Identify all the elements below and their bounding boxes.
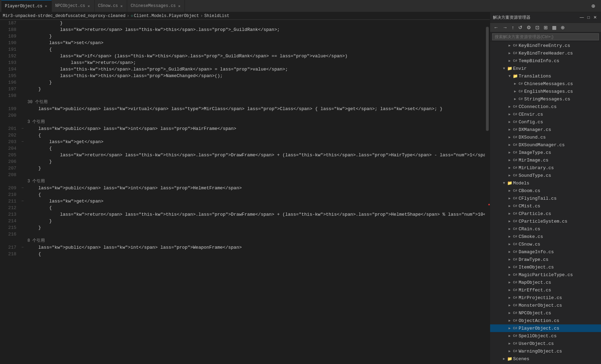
tree-item-22[interactable]: ▶C#CParticle.cs <box>490 210 601 217</box>
tree-item-25[interactable]: ▶C#CSmoke.cs <box>490 233 601 240</box>
tree-item-31[interactable]: ▶C#MapObject.cs <box>490 279 601 286</box>
fold-icon-217[interactable]: − <box>19 244 26 251</box>
code-line-196[interactable]: } <box>27 79 485 86</box>
tree-item-3[interactable]: ▼📁Envir <box>490 65 601 72</box>
tree-item-6[interactable]: ▶C#EnglishMessages.cs <box>490 88 601 95</box>
tree-item-23[interactable]: ▶C#CParticleSystem.cs <box>490 217 601 225</box>
code-line-203[interactable]: lass="kw">get</span> <box>27 139 485 145</box>
tree-item-1[interactable]: ▶C#KeyBindTreeHeader.cs <box>490 49 601 57</box>
code-line-216[interactable] <box>27 231 485 238</box>
panel-btn-2[interactable]: □ <box>586 14 591 20</box>
breadcrumb-symbol[interactable]: ShieldList <box>204 14 229 18</box>
tree-item-30[interactable]: ▶C#MagicParticleType.cs <box>490 271 601 279</box>
tree-item-20[interactable]: ▶C#CFlyingTail.cs <box>490 195 601 202</box>
breadcrumb-path[interactable]: Mir3-unpacked-strdec_deobfuscated_noprox… <box>3 14 125 18</box>
fold-icon-211[interactable]: − <box>19 198 26 205</box>
code-line-218[interactable]: { <box>27 251 485 257</box>
toolbar-back-btn[interactable]: ← <box>492 24 500 31</box>
tree-item-24[interactable]: ▶C#CRain.cs <box>490 225 601 233</box>
code-line-211[interactable]: lass="kw">get</span> <box>27 198 485 205</box>
code-line-208[interactable] <box>27 172 485 178</box>
toolbar-up-btn[interactable]: ↑ <box>510 24 515 31</box>
code-line-193[interactable]: lass="kw">return</span>; <box>27 59 485 66</box>
code-line-205[interactable]: lass="kw">return</span> lass="this-kw">t… <box>27 152 485 158</box>
tree-item-35[interactable]: ▶C#NPCObject.cs <box>490 309 601 317</box>
tab-close-chinesemessages[interactable]: ✕ <box>178 3 181 9</box>
code-line-198[interactable] <box>27 92 485 99</box>
tree-item-37[interactable]: ▶C#PlayerObject.cs <box>490 324 601 332</box>
code-line-191[interactable]: { <box>27 46 485 53</box>
toolbar-settings-btn[interactable]: ⚙ <box>525 24 533 31</box>
code-line-204[interactable]: { <box>27 145 485 152</box>
tree-item-39[interactable]: ▶C#UserObject.cs <box>490 340 601 347</box>
tree-item-40[interactable]: ▶C#WarningObject.cs <box>490 347 601 355</box>
code-line-213[interactable]: lass="kw">return</span> lass="this-kw">t… <box>27 211 485 218</box>
code-line-202[interactable]: { <box>27 132 485 139</box>
tree-item-5[interactable]: ▶C#ChineseMessages.cs <box>490 80 601 88</box>
toolbar-grid-btn[interactable]: ⊞ <box>542 24 549 31</box>
tree-item-42[interactable]: ▶📁UserModels <box>490 363 601 364</box>
code-line-215[interactable]: } <box>27 224 485 231</box>
tree-item-28[interactable]: ▶C#DrawType.cs <box>490 256 601 263</box>
toolbar-refresh-btn[interactable]: ↺ <box>517 24 524 31</box>
code-line-212[interactable]: { <box>27 205 485 211</box>
fold-icon-209[interactable]: − <box>19 185 26 191</box>
code-content[interactable]: } lass="kw">return</span> lass="this-kw"… <box>26 20 485 364</box>
code-line-188[interactable]: lass="kw">return</span> lass="this-kw">t… <box>27 26 485 33</box>
tree-view[interactable]: ▶C#KeyBindTreeEntry.cs▶C#KeyBindTreeHead… <box>490 42 601 364</box>
code-line-194[interactable]: lass="this-kw">this</span>.lass="prop">_… <box>27 66 485 73</box>
code-line-217[interactable]: lass="kw">public</span> lass="kw">int</s… <box>27 244 485 251</box>
tree-item-12[interactable]: ▶C#DXSound.cs <box>490 133 601 141</box>
code-line-190[interactable]: lass="kw">set</span> <box>27 40 485 46</box>
tree-item-0[interactable]: ▶C#KeyBindTreeEntry.cs <box>490 42 601 49</box>
code-line-207[interactable]: } <box>27 165 485 172</box>
tab-chinesemessages[interactable]: ChineseMessages.cs ✕ <box>127 0 185 12</box>
code-line-209[interactable]: lass="kw">public</span> lass="kw">int</s… <box>27 185 485 191</box>
code-line-187[interactable]: } <box>27 20 485 26</box>
tree-item-4[interactable]: ▼📁Translations <box>490 72 601 80</box>
tab-close-playerobject[interactable]: ✕ <box>44 3 48 9</box>
breadcrumb-file[interactable]: ○Client.Models.PlayerObject <box>131 14 199 18</box>
code-line-197[interactable]: } <box>27 86 485 92</box>
tree-item-34[interactable]: ▶C#MonsterObject.cs <box>490 301 601 309</box>
toolbar-collapse-btn[interactable]: ⊕ <box>559 24 566 31</box>
tab-playerobject[interactable]: PlayerObject.cs ✕ <box>1 0 52 12</box>
scrollbar-track[interactable] <box>485 20 490 364</box>
fold-icon-203[interactable]: − <box>19 139 26 145</box>
tree-item-19[interactable]: ▶C#CBoom.cs <box>490 187 601 195</box>
code-line-200[interactable] <box>27 112 485 119</box>
tree-item-21[interactable]: ▶C#CMist.cs <box>490 202 601 210</box>
code-line-214[interactable]: } <box>27 218 485 224</box>
toolbar-preview-btn[interactable]: ▦ <box>551 24 558 31</box>
tree-item-17[interactable]: ▶C#SoundType.cs <box>490 172 601 179</box>
tab-npcobject[interactable]: NPCObject.cs ✕ <box>52 0 95 12</box>
tree-item-32[interactable]: ▶C#MirEffect.cs <box>490 286 601 294</box>
tree-item-27[interactable]: ▶C#DamageInfo.cs <box>490 248 601 256</box>
code-line-195[interactable]: lass="this-kw">this</span>.lass="prop">N… <box>27 73 485 79</box>
tab-close-npcobject[interactable]: ✕ <box>87 3 91 9</box>
code-line-192[interactable]: lass="kw">if</span> (lass="this-kw">this… <box>27 53 485 59</box>
tree-item-7[interactable]: ▶C#StringMessages.cs <box>490 95 601 103</box>
tree-item-14[interactable]: ▶C#ImageType.cs <box>490 149 601 156</box>
tab-csnow[interactable]: CSnow.cs ✕ <box>95 0 127 12</box>
tree-item-41[interactable]: ▶📁Scenes <box>490 355 601 363</box>
code-line-206[interactable]: } <box>27 158 485 165</box>
code-line-210[interactable]: { <box>27 191 485 198</box>
tree-item-16[interactable]: ▶C#MirLibrary.cs <box>490 164 601 172</box>
code-line-189[interactable]: } <box>27 33 485 40</box>
panel-close-btn[interactable]: ✕ <box>592 14 598 20</box>
tree-item-2[interactable]: ▶C#TempBindInfo.cs <box>490 57 601 65</box>
tree-item-13[interactable]: ▶C#DXSoundManager.cs <box>490 141 601 149</box>
tree-item-9[interactable]: ▶C#CEnvir.cs <box>490 110 601 118</box>
scrollbar-thumb[interactable] <box>486 27 489 131</box>
tree-item-18[interactable]: ▼📁Models <box>490 179 601 187</box>
tab-close-csnow[interactable]: ✕ <box>120 3 123 9</box>
tree-item-38[interactable]: ▶C#SpellObject.cs <box>490 332 601 340</box>
tree-item-8[interactable]: ▶C#CConnection.cs <box>490 103 601 110</box>
tree-item-26[interactable]: ▶C#CSnow.cs <box>490 240 601 248</box>
tab-new-btn[interactable]: ⊕ <box>590 2 597 9</box>
tree-item-11[interactable]: ▶C#DXManager.cs <box>490 126 601 133</box>
tree-item-10[interactable]: ▶C#Config.cs <box>490 118 601 126</box>
solution-search-input[interactable] <box>492 33 599 40</box>
tree-item-33[interactable]: ▶C#MirProjectile.cs <box>490 294 601 301</box>
